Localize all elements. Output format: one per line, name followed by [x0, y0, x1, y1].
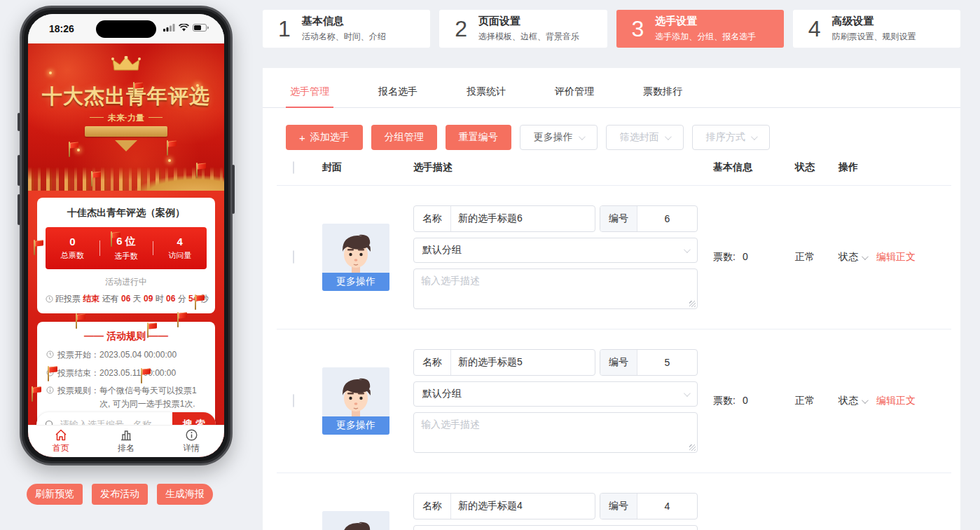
resize-handle[interactable]: [689, 444, 696, 451]
phone-volume-up-button: [18, 155, 20, 186]
table-row: 更多操作 名称 编号 默认分组: [286, 329, 937, 473]
phone-content: 十佳杰出青年评选（案例） 0 总票数 6 位 选手数 4 访问量: [28, 191, 224, 457]
header-description: 选手描述: [413, 161, 713, 174]
dynamic-island: [96, 20, 156, 38]
admin-panel: 1 基本信息 活动名称、时间、介绍 2 页面设置 选择模板、边框、背景音乐 3 …: [263, 0, 960, 530]
status-dropdown[interactable]: 状态: [838, 395, 867, 407]
chevron-down-icon: [665, 133, 672, 140]
filter-cover-dropdown[interactable]: 筛选封面: [606, 125, 684, 150]
contestant-description-textarea[interactable]: [414, 269, 697, 308]
description-textarea-wrap: [413, 269, 698, 309]
flag-decoration: [133, 82, 143, 97]
step-advanced-settings[interactable]: 4 高级设置 防刷票设置、规则设置: [793, 10, 960, 48]
contestant-cover[interactable]: 更多操作: [322, 224, 389, 291]
contestant-name-input[interactable]: [451, 350, 595, 375]
contestant-panel: 选手管理 报名选手 投票统计 评价管理 票数排行 + 添加选手 分组管理 重置编…: [263, 68, 960, 530]
step-page-settings[interactable]: 2 页面设置 选择模板、边框、背景音乐: [439, 10, 607, 48]
group-management-button[interactable]: 分组管理: [371, 125, 437, 150]
refresh-preview-button[interactable]: 刷新预览: [27, 484, 83, 505]
stats-bar: 0 总票数 6 位 选手数 4 访问量: [46, 227, 207, 269]
table-header: 封面 选手描述 基本信息 状态 操作: [286, 150, 937, 185]
rule-vote-rule: 投票规则：每个微信号每天可以投票1次, 可为同一选手投票1次.: [46, 384, 206, 410]
edit-content-link[interactable]: 编辑正文: [876, 395, 916, 407]
plus-icon: +: [299, 132, 305, 144]
contestant-number-input[interactable]: [637, 350, 697, 375]
contestant-cover[interactable]: 更多操作: [322, 511, 389, 530]
table-row: 更多操作 名称 编号 默认分组: [286, 473, 937, 530]
chevron-down-icon: [684, 390, 691, 397]
contestant-number-input[interactable]: [637, 494, 697, 519]
contestant-description-textarea[interactable]: [414, 413, 697, 452]
banner-pointer: [115, 140, 137, 151]
info-icon: [46, 386, 54, 394]
row-checkbox[interactable]: [293, 394, 294, 407]
phone-volume-down-button: [18, 194, 20, 225]
chevron-down-icon: [862, 397, 869, 404]
sort-order-dropdown[interactable]: 排序方式: [692, 125, 770, 150]
contestant-description-cell: 名称 编号 默认分组: [413, 493, 713, 530]
flag-decoration: [111, 231, 120, 247]
group-select[interactable]: 默认分组: [413, 238, 698, 263]
phone-mute-switch: [18, 113, 20, 131]
rules-title: —— 活动规则 ——: [46, 330, 206, 343]
banner-title: 十大杰出青年评选: [28, 83, 224, 111]
publish-activity-button[interactable]: 发布活动: [92, 484, 148, 505]
phone-frame: 18:26: [20, 6, 233, 466]
contestant-table: 封面 选手描述 基本信息 状态 操作: [263, 150, 960, 530]
ranking-icon: [120, 429, 132, 441]
more-operations-dropdown[interactable]: 更多操作: [520, 125, 598, 150]
contestant-number-input[interactable]: [637, 206, 697, 231]
tab-vote-ranking[interactable]: 票数排行: [639, 86, 686, 107]
activity-banner: 十大杰出青年评选 未来·力量: [28, 43, 224, 191]
flag-decoration: [76, 313, 85, 329]
step-contestant-settings[interactable]: 3 选手设置 选手添加、分组、报名选手: [616, 10, 784, 48]
tabbar-item-home[interactable]: 首页: [28, 426, 93, 457]
header-operations: 操作: [838, 161, 937, 174]
phone-tabbar: 首页 排名 详情: [28, 425, 224, 457]
group-select[interactable]: 默认分组: [413, 525, 698, 530]
banner-subtitle: 未来·力量: [28, 112, 224, 124]
tab-contestant-management[interactable]: 选手管理: [286, 86, 333, 107]
contestant-name-input[interactable]: [451, 206, 595, 231]
banner-gold-wave: [133, 175, 224, 191]
select-all-checkbox[interactable]: [293, 161, 294, 174]
signal-icon: [163, 24, 175, 32]
status-dropdown[interactable]: 状态: [838, 251, 867, 264]
tabbar-item-ranking[interactable]: 排名: [93, 426, 158, 457]
row-checkbox[interactable]: [293, 250, 294, 264]
chevron-down-icon: [751, 133, 758, 140]
status-time: 18:26: [49, 23, 74, 34]
tab-vote-statistics[interactable]: 投票统计: [462, 86, 510, 107]
add-contestant-button[interactable]: + 添加选手: [286, 125, 363, 150]
generate-poster-button[interactable]: 生成海报: [157, 484, 213, 505]
more-operations-overlay-button[interactable]: 更多操作: [322, 273, 389, 291]
tab-review-management[interactable]: 评价管理: [551, 86, 598, 107]
header-basic-info: 基本信息: [713, 161, 795, 174]
flag-decoration: [69, 142, 78, 157]
contestant-description-cell: 名称 编号 默认分组: [413, 349, 713, 453]
flag-decoration: [48, 366, 57, 381]
rule-vote-start: 投票开始：2023.05.04 00:00:00: [46, 348, 206, 362]
contestant-cover[interactable]: 更多操作: [322, 367, 389, 435]
clock-icon: [46, 351, 54, 358]
panel-tabs: 选手管理 报名选手 投票统计 评价管理 票数排行: [263, 68, 960, 108]
phone-power-button: [232, 165, 235, 214]
home-icon: [55, 429, 67, 441]
crown-icon: [111, 56, 141, 73]
tabbar-item-details[interactable]: 详情: [159, 426, 224, 457]
tab-registered-contestants[interactable]: 报名选手: [374, 86, 422, 107]
more-operations-overlay-button[interactable]: 更多操作: [322, 416, 389, 435]
preview-actions: 刷新预览 发布活动 生成海报: [27, 484, 213, 505]
edit-content-link[interactable]: 编辑正文: [876, 251, 916, 264]
contestant-name-input[interactable]: [451, 494, 595, 519]
activity-status-text: 活动进行中: [46, 276, 207, 288]
name-input-group: 名称: [413, 349, 595, 376]
stats-card: 十佳杰出青年评选（案例） 0 总票数 6 位 选手数 4 访问量: [37, 198, 215, 313]
resize-handle[interactable]: [689, 301, 696, 307]
step-basic-info[interactable]: 1 基本信息 活动名称、时间、介绍: [263, 10, 430, 48]
number-input-group: 编号: [600, 349, 698, 376]
reset-number-button[interactable]: 重置编号: [446, 125, 511, 150]
header-cover: 封面: [322, 161, 413, 174]
name-input-group: 名称: [413, 493, 595, 519]
group-select[interactable]: 默认分组: [413, 381, 698, 407]
